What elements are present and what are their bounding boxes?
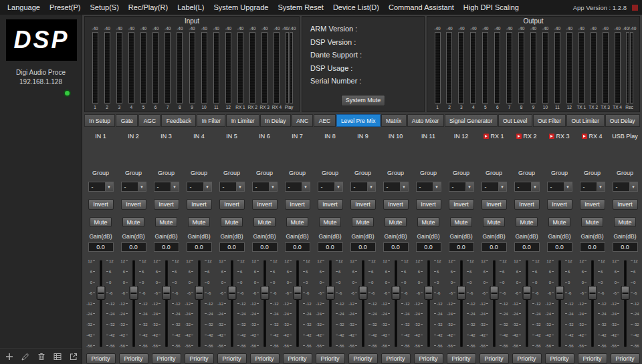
menu-item-preset-p-[interactable]: Preset(P) xyxy=(45,1,85,13)
device-grid-icon[interactable] xyxy=(53,351,62,361)
invert-button[interactable]: Invert xyxy=(252,199,278,210)
mute-button[interactable]: Mute xyxy=(614,217,636,227)
fader-handle[interactable] xyxy=(162,286,171,300)
gain-value[interactable]: 0.0 xyxy=(121,242,146,252)
fader-track[interactable] xyxy=(423,258,434,349)
group-select[interactable]: -▼ xyxy=(514,182,540,192)
mute-button[interactable]: Mute xyxy=(385,217,407,227)
fader-track[interactable] xyxy=(160,258,172,349)
device-list-item[interactable]: Digi Audio Proce 192.168.1.128 xyxy=(1,65,80,99)
menu-item-setup-s-[interactable]: Setup(S) xyxy=(85,1,123,13)
tab-in-setup[interactable]: In Setup xyxy=(84,114,115,127)
group-select[interactable]: -▼ xyxy=(481,182,507,192)
group-select[interactable]: -▼ xyxy=(219,182,245,192)
mute-button[interactable]: Mute xyxy=(352,217,374,227)
group-select[interactable]: -▼ xyxy=(187,182,212,192)
priority-button[interactable]: Priority xyxy=(348,353,378,364)
mute-button[interactable]: Mute xyxy=(286,217,308,227)
mute-button[interactable]: Mute xyxy=(188,217,210,227)
chevron-down-icon[interactable]: ▼ xyxy=(171,182,179,191)
priority-button[interactable]: Priority xyxy=(86,353,116,364)
fader-handle[interactable] xyxy=(391,286,400,300)
fader-handle[interactable] xyxy=(522,286,531,300)
tab-auto-mixer[interactable]: Auto Mixer xyxy=(407,114,444,127)
fader-track[interactable] xyxy=(554,258,565,349)
gain-value[interactable]: 0.0 xyxy=(383,242,409,252)
chevron-down-icon[interactable]: ▼ xyxy=(433,182,441,191)
invert-button[interactable]: Invert xyxy=(383,199,409,210)
chevron-down-icon[interactable]: ▼ xyxy=(498,182,506,191)
invert-button[interactable]: Invert xyxy=(350,199,376,210)
fader-track[interactable] xyxy=(390,258,401,349)
group-select[interactable]: -▼ xyxy=(547,182,572,192)
group-select[interactable]: -▼ xyxy=(580,182,605,192)
chevron-down-icon[interactable]: ▼ xyxy=(334,182,342,191)
priority-button[interactable]: Priority xyxy=(250,353,280,364)
fader-track[interactable] xyxy=(619,258,631,349)
group-select[interactable]: -▼ xyxy=(416,182,441,192)
fader-track[interactable] xyxy=(292,258,303,349)
group-select[interactable]: -▼ xyxy=(350,182,376,192)
fader-track[interactable] xyxy=(193,258,205,349)
fader-handle[interactable] xyxy=(195,286,203,300)
tab-aec[interactable]: AEC xyxy=(314,114,335,127)
priority-button[interactable]: Priority xyxy=(545,353,574,364)
gain-value[interactable]: 0.0 xyxy=(154,242,179,252)
mute-button[interactable]: Mute xyxy=(417,217,439,227)
device-list[interactable]: Digi Audio Proce 192.168.1.128 xyxy=(1,65,80,348)
tab-in-filter[interactable]: In Filter xyxy=(197,114,225,127)
delete-icon[interactable] xyxy=(37,351,46,361)
tab-in-limiter[interactable]: In Limiter xyxy=(226,114,259,127)
export-icon[interactable] xyxy=(69,351,78,361)
chevron-down-icon[interactable]: ▼ xyxy=(564,182,572,191)
chevron-down-icon[interactable]: ▼ xyxy=(105,182,113,191)
priority-button[interactable]: Priority xyxy=(479,353,509,364)
tab-out-delay[interactable]: Out Delay xyxy=(605,114,640,127)
gain-value[interactable]: 0.0 xyxy=(350,242,376,252)
gain-value[interactable]: 0.0 xyxy=(285,242,310,252)
priority-button[interactable]: Priority xyxy=(611,353,640,364)
chevron-down-icon[interactable]: ▼ xyxy=(138,182,146,191)
chevron-down-icon[interactable]: ▼ xyxy=(302,182,310,191)
fader-track[interactable] xyxy=(586,258,598,349)
mute-button[interactable]: Mute xyxy=(155,217,177,227)
fader-handle[interactable] xyxy=(358,286,367,300)
invert-button[interactable]: Invert xyxy=(154,199,179,210)
menu-item-command-assistant[interactable]: Command Assistant xyxy=(384,1,459,13)
mute-button[interactable]: Mute xyxy=(548,217,570,227)
fader-track[interactable] xyxy=(259,258,270,349)
invert-button[interactable]: Invert xyxy=(219,199,245,210)
gain-value[interactable]: 0.0 xyxy=(318,242,343,252)
group-select[interactable]: -▼ xyxy=(154,182,179,192)
mute-button[interactable]: Mute xyxy=(90,217,112,227)
add-device-icon[interactable] xyxy=(5,351,14,361)
invert-button[interactable]: Invert xyxy=(88,199,114,210)
group-select[interactable]: -▼ xyxy=(121,182,146,192)
fader-handle[interactable] xyxy=(227,286,236,300)
tab-feedback[interactable]: Feedback xyxy=(161,114,196,127)
fader-track[interactable] xyxy=(357,258,368,349)
invert-button[interactable]: Invert xyxy=(318,199,343,210)
fader-handle[interactable] xyxy=(129,286,138,300)
priority-button[interactable]: Priority xyxy=(381,353,411,364)
fader-handle[interactable] xyxy=(490,286,498,300)
tab-anc[interactable]: ANC xyxy=(292,114,314,127)
chevron-down-icon[interactable]: ▼ xyxy=(367,182,375,191)
mute-button[interactable]: Mute xyxy=(122,217,144,227)
gain-value[interactable]: 0.0 xyxy=(613,242,638,252)
menu-item-language[interactable]: Language xyxy=(3,1,45,13)
mute-button[interactable]: Mute xyxy=(581,217,603,227)
priority-button[interactable]: Priority xyxy=(512,353,542,364)
gain-value[interactable]: 0.0 xyxy=(88,242,114,252)
group-select[interactable]: -▼ xyxy=(383,182,409,192)
fader-track[interactable] xyxy=(226,258,237,349)
tab-out-level[interactable]: Out Level xyxy=(498,114,532,127)
group-select[interactable]: -▼ xyxy=(613,182,638,192)
gain-value[interactable]: 0.0 xyxy=(187,242,212,252)
priority-button[interactable]: Priority xyxy=(414,353,443,364)
invert-button[interactable]: Invert xyxy=(547,199,572,210)
priority-button[interactable]: Priority xyxy=(283,353,312,364)
chevron-down-icon[interactable]: ▼ xyxy=(269,182,277,191)
fader-handle[interactable] xyxy=(588,286,597,300)
invert-button[interactable]: Invert xyxy=(514,199,540,210)
